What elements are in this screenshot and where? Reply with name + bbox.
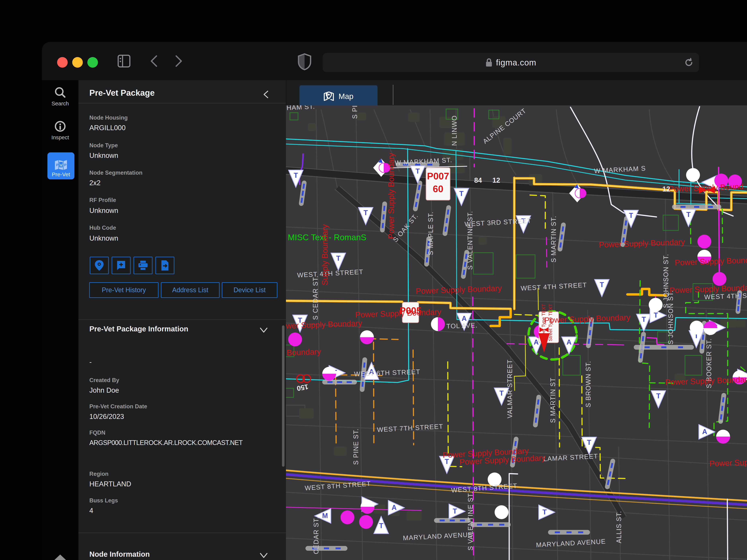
sidebar-item-label: Pre-Vet [52, 171, 70, 178]
svg-text:T: T [453, 507, 457, 515]
svg-text:T: T [293, 171, 298, 179]
map-number-label: 12 [662, 185, 670, 193]
svg-text:A: A [391, 504, 396, 511]
map-mode-button[interactable]: Map [300, 85, 378, 108]
map-building [308, 123, 316, 131]
field-label: Region [89, 471, 276, 477]
map-node-circle[interactable] [703, 321, 717, 335]
info-icon [53, 119, 67, 133]
street-label: S BROWN ST. [585, 361, 592, 407]
divider [78, 319, 286, 320]
device-list-button[interactable]: Device List [222, 282, 277, 298]
address-list-button[interactable]: Address List [161, 282, 220, 298]
svg-text:P: P [56, 163, 58, 167]
network-map: TTTTTTTTTTTTTTTTAAAATMATTATTT P00760P005… [286, 105, 747, 560]
street-label: S MAPLE ST. [427, 211, 434, 255]
package-info-section-header[interactable]: Pre-Vet Package Information [89, 325, 276, 333]
street-label: N LINWO [450, 115, 458, 146]
browser-toolbar: figma.com [42, 42, 747, 80]
field-value: John Doe [89, 386, 276, 394]
svg-text:T: T [686, 211, 691, 218]
node-info-section-header[interactable]: Node Information [89, 550, 276, 558]
map-placard: P00760 [426, 168, 450, 200]
traffic-light-minimize-button[interactable] [72, 57, 83, 68]
svg-text:T: T [654, 311, 658, 319]
field-label: Hub Code [89, 224, 276, 231]
map-node-circle[interactable] [288, 332, 302, 346]
sidebar-item-prevet[interactable]: P V P Pre-Vet [47, 152, 74, 179]
rail-bottom-arrow-icon[interactable] [54, 555, 67, 560]
street-label: S VALENTINE ST. [467, 491, 474, 551]
map-node-circle[interactable] [649, 298, 663, 312]
prevet-package-panel: Pre-Vet Package Node Housing ARGILL000 N… [78, 80, 286, 560]
print-button[interactable] [133, 257, 152, 274]
field-label: Created By [89, 377, 276, 383]
map-annotation-bar [306, 546, 347, 551]
reload-icon[interactable] [684, 57, 694, 68]
privacy-shield-icon[interactable] [297, 53, 313, 71]
map-annotation-bar [470, 522, 511, 527]
map-node-circle[interactable] [495, 505, 509, 519]
field-label: Node Housing [89, 114, 276, 121]
locate-on-map-button[interactable] [90, 257, 109, 274]
street-label: CEDAR ST. [312, 516, 320, 554]
map-node-circle[interactable] [716, 430, 730, 444]
power-supply-boundary-label: Boundary [286, 347, 321, 357]
sidebar-item-search[interactable]: Search [42, 86, 78, 107]
add-comment-button[interactable] [112, 257, 131, 274]
field-label: FQDN [89, 429, 276, 436]
map-annotation-bar [434, 518, 470, 523]
toolbar-divider [393, 85, 393, 105]
map-node-circle[interactable] [431, 317, 445, 331]
panel-title: Pre-Vet Package [89, 88, 276, 98]
sidebar-toggle-icon[interactable] [117, 53, 132, 69]
svg-text:T: T [415, 167, 420, 175]
svg-text:T: T [379, 522, 383, 530]
map-building [408, 113, 419, 122]
chevron-down-icon[interactable] [259, 327, 268, 334]
field-value: ARGSP000.LITTLEROCK.AR.LROCK.COMCAST.NET [89, 439, 276, 447]
export-package-button[interactable] [155, 257, 174, 274]
svg-text:V: V [60, 163, 62, 167]
back-button-icon[interactable] [147, 53, 161, 69]
svg-text:60: 60 [433, 184, 443, 194]
street-label: S JOHNSON ST. [667, 290, 674, 345]
map-annotation-bar [634, 345, 694, 350]
street-label: ALLIS ST. [615, 511, 623, 543]
chevron-down-icon[interactable] [259, 552, 268, 559]
traffic-light-zoom-button[interactable] [87, 57, 98, 68]
power-supply-boundary-label: Power Supply Boundary [387, 153, 395, 239]
svg-text:T: T [336, 255, 340, 262]
browser-window: figma.com Search [42, 42, 747, 560]
map-node-circle[interactable] [697, 235, 711, 248]
prevet-history-button[interactable]: Pre-Vet History [89, 282, 158, 298]
map-node-circle[interactable] [690, 321, 703, 335]
street-label: S PINE S [351, 105, 359, 119]
map-node-circle[interactable] [322, 367, 336, 381]
map-annotation-bar [548, 530, 590, 535]
map-canvas[interactable]: TTTTTTTTTTTTTTTTAAAATMATTATTT P00760P005… [286, 105, 747, 560]
map-node-circle[interactable] [340, 510, 354, 524]
panel-scrollbar[interactable] [282, 325, 284, 466]
app-content: Search Inspect P V [42, 80, 747, 560]
traffic-light-close-button[interactable] [57, 57, 68, 68]
sidebar-item-inspect[interactable]: Inspect [42, 119, 78, 140]
svg-text:T: T [600, 281, 604, 289]
printer-icon [138, 260, 148, 270]
map-node-circle[interactable] [686, 168, 700, 182]
street-label: TOL AVE. [446, 321, 478, 330]
forward-button-icon[interactable] [171, 53, 186, 69]
svg-text:M: M [322, 512, 328, 519]
field-label: Node Segmentation [89, 169, 276, 176]
collapse-panel-icon[interactable] [262, 89, 269, 100]
power-supply-boundary-label: Supply Boundary [320, 224, 329, 285]
map-node-circle[interactable] [359, 515, 373, 529]
svg-text:A: A [534, 338, 539, 346]
map-number-label: 84 [474, 177, 482, 184]
field-label: RF Profile [89, 197, 276, 204]
map-node-circle[interactable] [360, 330, 374, 344]
address-bar-url: figma.com [485, 58, 536, 68]
comment-add-icon [116, 260, 126, 271]
map-node-circle[interactable] [361, 500, 375, 514]
address-bar[interactable]: figma.com [323, 53, 699, 72]
